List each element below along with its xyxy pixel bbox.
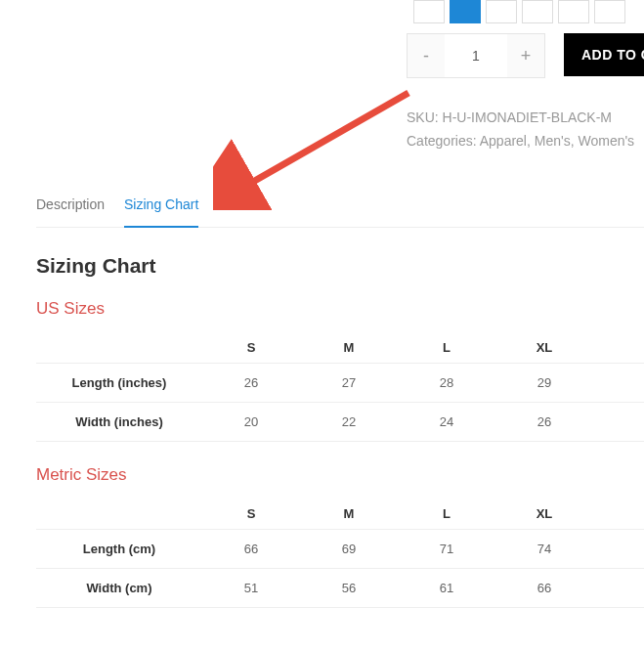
sku-label: SKU: [407, 109, 439, 125]
sizing-chart-heading: Sizing Chart [36, 254, 644, 278]
us-sizes-heading: US Sizes [36, 299, 644, 319]
sku-value: H-U-IMONADIET-BLACK-M [443, 109, 612, 125]
category-link[interactable]: Women's [578, 133, 634, 149]
cell: 69 [300, 530, 398, 569]
svg-line-0 [237, 93, 408, 191]
cell: 26 [202, 364, 300, 403]
tabs: Description Sizing Chart [36, 196, 644, 228]
cell: 71 [398, 530, 495, 569]
product-meta: SKU: H-U-IMONADIET-BLACK-M Categories: A… [407, 106, 634, 152]
col-xl: XL [495, 332, 593, 364]
tab-sizing-chart[interactable]: Sizing Chart [124, 196, 198, 228]
col-xl: XL [495, 499, 593, 530]
swatch[interactable] [522, 0, 553, 23]
qty-plus-button[interactable]: + [507, 34, 544, 77]
row-label: Length (cm) [36, 530, 202, 569]
qty-minus-button[interactable]: - [408, 34, 445, 77]
cell: 28 [398, 364, 495, 403]
metric-sizes-heading: Metric Sizes [36, 465, 644, 485]
categories-label: Categories: [407, 133, 477, 149]
row-label: Length (inches) [36, 364, 202, 403]
tab-description[interactable]: Description [36, 196, 105, 227]
swatch-selected[interactable] [450, 0, 481, 23]
col-l: L [398, 499, 495, 530]
swatch[interactable] [558, 0, 589, 23]
cell: 27 [300, 364, 398, 403]
swatch[interactable] [413, 0, 445, 23]
us-sizes-table: S M L XL Length (inches) 26 27 28 29 Wid… [36, 332, 644, 442]
swatch[interactable] [486, 0, 517, 23]
cell: 26 [495, 403, 593, 442]
row-label: Width (inches) [36, 403, 202, 442]
cell: 66 [495, 569, 593, 608]
annotation-arrow-icon [213, 83, 428, 210]
col-l: L [398, 332, 495, 364]
cell: 29 [495, 364, 593, 403]
category-link[interactable]: Men's [535, 133, 571, 149]
category-link[interactable]: Apparel [480, 133, 527, 149]
swatch[interactable] [594, 0, 625, 23]
col-m: M [300, 332, 398, 364]
cell: 51 [202, 569, 300, 608]
col-s: S [202, 332, 300, 364]
add-to-cart-button[interactable]: ADD TO CART [564, 33, 644, 76]
metric-sizes-table: S M L XL Length (cm) 66 69 71 74 Width (… [36, 499, 644, 608]
cell: 22 [300, 403, 398, 442]
qty-input[interactable] [445, 34, 507, 77]
cell: 24 [398, 403, 495, 442]
row-label: Width (cm) [36, 569, 202, 608]
cell: 66 [202, 530, 300, 569]
cell: 20 [202, 403, 300, 442]
cell: 56 [300, 569, 398, 608]
col-m: M [300, 499, 398, 530]
cell: 61 [398, 569, 495, 608]
quantity-stepper: - + [407, 33, 545, 78]
col-s: S [202, 499, 300, 530]
swatch-row [413, 0, 625, 23]
cell: 74 [495, 530, 593, 569]
